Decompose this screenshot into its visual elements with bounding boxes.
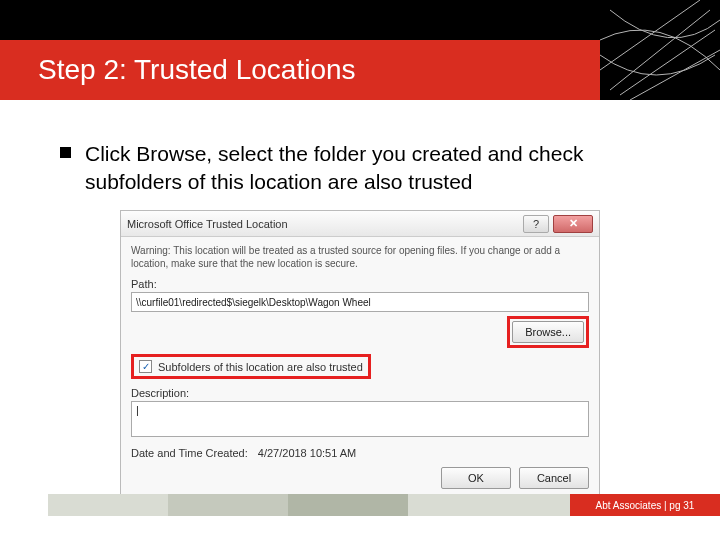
content-area: Click Browse, select the folder you crea…	[0, 120, 720, 197]
close-button[interactable]: ✕	[553, 215, 593, 233]
footer-seg-3	[288, 494, 408, 516]
subfolders-highlight: ✓ Subfolders of this location are also t…	[131, 354, 371, 379]
browse-highlight: Browse...	[507, 316, 589, 348]
footer-pagenum: Abt Associates | pg 31	[570, 494, 720, 516]
corner-graphic	[600, 0, 720, 100]
window-buttons: ? ✕	[523, 215, 593, 233]
dialog-title: Microsoft Office Trusted Location	[127, 218, 288, 230]
warning-text: Warning: This location will be treated a…	[131, 245, 589, 270]
path-label: Path:	[131, 278, 589, 290]
dialog-titlebar: Microsoft Office Trusted Location ? ✕	[121, 211, 599, 237]
bullet-square-icon	[60, 147, 71, 158]
path-input[interactable]	[131, 292, 589, 312]
date-value: 4/27/2018 10:51 AM	[258, 447, 356, 459]
trusted-location-dialog: Microsoft Office Trusted Location ? ✕ Wa…	[120, 210, 600, 500]
description-label: Description:	[131, 387, 589, 399]
subfolders-label: Subfolders of this location are also tru…	[158, 361, 363, 373]
bullet-text: Click Browse, select the folder you crea…	[85, 140, 680, 197]
date-row: Date and Time Created: 4/27/2018 10:51 A…	[131, 447, 589, 459]
ok-button[interactable]: OK	[441, 467, 511, 489]
slide-title: Step 2: Trusted Locations	[38, 54, 356, 86]
footer-bar: Abt Associates | pg 31	[0, 494, 720, 516]
subfolders-checkbox[interactable]: ✓	[139, 360, 152, 373]
dialog-body: Warning: This location will be treated a…	[121, 237, 599, 499]
date-label: Date and Time Created:	[131, 447, 248, 459]
footer-seg-1	[48, 494, 168, 516]
dialog-actions: OK Cancel	[131, 467, 589, 489]
footer-seg-2	[168, 494, 288, 516]
bullet-item: Click Browse, select the folder you crea…	[60, 140, 680, 197]
footer-seg-4	[408, 494, 570, 516]
description-input[interactable]: |	[131, 401, 589, 437]
browse-button[interactable]: Browse...	[512, 321, 584, 343]
check-icon: ✓	[142, 361, 150, 372]
close-icon: ✕	[569, 217, 578, 230]
dialog-screenshot: Microsoft Office Trusted Location ? ✕ Wa…	[120, 210, 600, 500]
help-button[interactable]: ?	[523, 215, 549, 233]
cancel-button[interactable]: Cancel	[519, 467, 589, 489]
help-icon: ?	[533, 218, 539, 230]
